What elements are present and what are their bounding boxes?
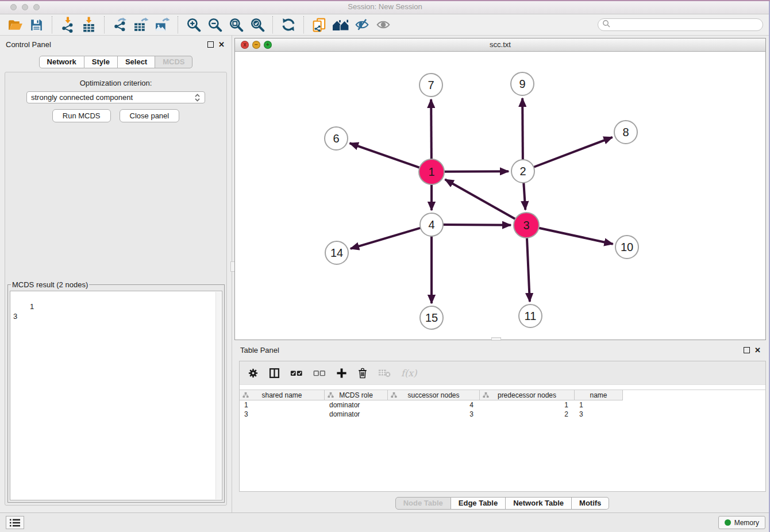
graph-edge-1-2[interactable] [444, 171, 509, 172]
save-session-button[interactable] [26, 15, 47, 34]
network-window-close-button[interactable]: x [241, 41, 249, 49]
table-cell[interactable]: 2 [480, 410, 575, 419]
save-session-icon [29, 18, 44, 32]
import-network-button[interactable] [57, 15, 78, 34]
graph-edge-2-9[interactable] [522, 98, 523, 160]
delete-columns-button[interactable] [357, 367, 368, 379]
graph-edge-1-7[interactable] [431, 99, 432, 160]
mcds-result-title: MCDS result (2 nodes) [11, 280, 89, 289]
graph-node-4[interactable]: 4 [420, 213, 443, 236]
table-cell[interactable]: 1 [480, 400, 575, 410]
table-tab-node-table[interactable]: Node Table [395, 497, 451, 510]
preview-graphics-icon [376, 17, 391, 32]
table-cell[interactable]: 1 [240, 400, 325, 410]
graph-node-2[interactable]: 2 [511, 160, 534, 183]
close-panel-icon[interactable]: ✕ [218, 41, 225, 48]
close-table-panel-icon[interactable]: ✕ [754, 346, 761, 354]
criterion-select[interactable]: strongly connected component [26, 91, 205, 103]
graph-node-11[interactable]: 11 [519, 304, 542, 327]
result-scrollbar[interactable] [215, 292, 221, 499]
graph-edge-4-14[interactable] [351, 228, 421, 248]
graph-node-14[interactable]: 14 [325, 241, 348, 264]
window-top-accent [0, 0, 770, 1]
graph-node-8[interactable]: 8 [614, 121, 637, 144]
graph-node-3[interactable]: 3 [514, 213, 539, 238]
table-row[interactable]: 3dominator323 [240, 410, 765, 419]
float-panel-icon[interactable] [207, 41, 214, 48]
table-toolbar: f(x) [240, 361, 765, 385]
clone-network-button[interactable] [309, 15, 330, 34]
zoom-in-button[interactable] [183, 15, 204, 34]
toggle-panes-button[interactable] [269, 368, 280, 379]
table-row[interactable]: 1dominator411 [240, 400, 765, 410]
graph-node-1[interactable]: 1 [419, 159, 444, 184]
table-tab-network-table[interactable]: Network Table [506, 497, 572, 510]
run-mcds-button[interactable]: Run MCDS [52, 109, 111, 122]
network-canvas[interactable]: 7968124314101511 [235, 52, 765, 340]
column-header-predecessor-nodes[interactable]: predecessor nodes [480, 390, 575, 400]
graph-edge-3-10[interactable] [538, 228, 613, 244]
graph-node-label: 15 [425, 311, 438, 324]
table-cell[interactable]: 3 [388, 410, 480, 419]
table-tabs: Node TableEdge TableNetwork TableMotifs [395, 497, 610, 510]
close-panel-button[interactable]: Close panel [120, 109, 180, 122]
graph-node-6[interactable]: 6 [325, 127, 348, 150]
status-bar: Memory [0, 512, 770, 532]
column-header-name[interactable]: name [575, 390, 623, 400]
mcds-panel: Optimization criterion: strongly connect… [5, 72, 227, 506]
graph-edge-3-11[interactable] [527, 237, 530, 302]
tab-style[interactable]: Style [84, 56, 118, 68]
graph-node-9[interactable]: 9 [511, 72, 534, 95]
delete-table-button [378, 368, 391, 377]
graph-node-7[interactable]: 7 [419, 74, 442, 97]
toggle-graphics-details-button[interactable] [351, 15, 372, 34]
column-header-mcds-role[interactable]: MCDS role [325, 390, 388, 400]
export-network-button[interactable] [109, 15, 130, 34]
horizontal-split-divider[interactable] [491, 337, 501, 341]
table-tab-edge-table[interactable]: Edge Table [451, 497, 506, 510]
home-button[interactable] [330, 15, 351, 34]
memory-status-icon [725, 519, 731, 526]
graph-node-10[interactable]: 10 [615, 236, 638, 259]
zoom-out-icon [207, 17, 222, 32]
table-cell[interactable]: 4 [388, 400, 480, 410]
tab-select[interactable]: Select [118, 56, 155, 68]
graph-node-15[interactable]: 15 [420, 306, 443, 329]
table-cell[interactable]: dominator [325, 400, 388, 410]
export-table-icon [133, 17, 149, 33]
graph-edge-2-3[interactable] [523, 182, 525, 210]
table-tab-motifs[interactable]: Motifs [572, 497, 609, 510]
table-cell[interactable]: 3 [575, 410, 623, 419]
zoom-selected-button[interactable] [247, 15, 268, 34]
open-session-button[interactable] [5, 15, 26, 34]
float-table-panel-icon[interactable] [744, 347, 750, 353]
task-history-button[interactable] [6, 516, 24, 529]
memory-button[interactable]: Memory [718, 516, 765, 529]
network-window-minimize-button[interactable]: − [252, 41, 260, 49]
column-header-shared-name[interactable]: shared name [240, 390, 325, 400]
export-table-button[interactable] [130, 15, 152, 34]
mcds-result-text[interactable]: 1 3 [10, 291, 222, 500]
tab-network[interactable]: Network [39, 56, 84, 68]
table-cell[interactable]: dominator [325, 410, 388, 419]
refresh-layout-button[interactable] [278, 15, 299, 34]
table-cell[interactable]: 1 [575, 400, 623, 410]
graph-edge-4-3[interactable] [442, 225, 511, 225]
search-input[interactable] [613, 19, 763, 30]
graph-edge-1-6[interactable] [350, 143, 421, 168]
select-all-checkboxes-button[interactable] [290, 369, 303, 377]
export-image-button[interactable] [152, 15, 173, 34]
graph-edge-3-1[interactable] [445, 179, 516, 219]
zoom-out-button[interactable] [204, 15, 225, 34]
preview-graphics-button[interactable] [372, 15, 394, 34]
network-window-maximize-button[interactable]: + [264, 41, 272, 49]
column-header-successor-nodes[interactable]: successor nodes [388, 390, 480, 400]
tab-mcds[interactable]: MCDS [155, 56, 192, 68]
settings-gear-button[interactable] [248, 368, 259, 379]
table-cell[interactable]: 3 [240, 410, 325, 419]
zoom-fit-button[interactable] [225, 15, 247, 34]
create-column-button[interactable] [336, 368, 347, 379]
import-table-button[interactable] [78, 15, 99, 34]
clear-checkboxes-button[interactable] [313, 369, 326, 377]
graph-edge-2-8[interactable] [533, 137, 613, 167]
